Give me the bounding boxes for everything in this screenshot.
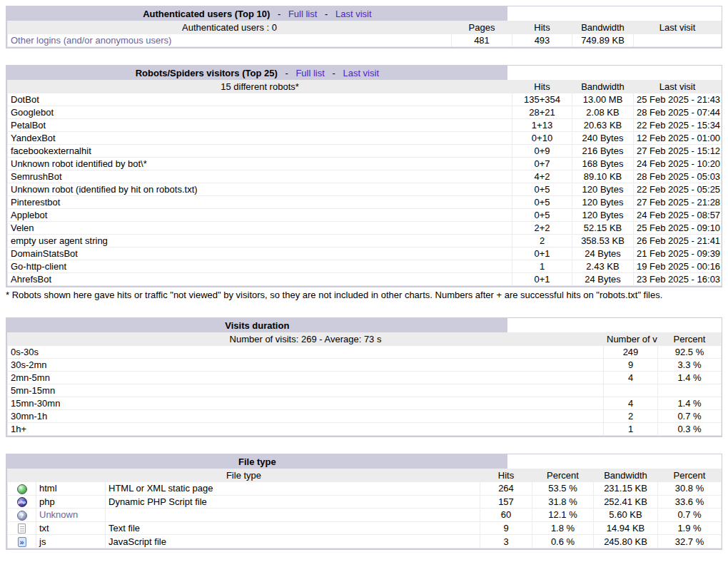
table-cell: 27 Feb 2025 - 21:28 (634, 196, 722, 209)
table-row: Unknown6012.1 %5.60 KB0.7 % (8, 509, 722, 522)
table-cell: 2 (512, 235, 572, 247)
percent-column-header: Percent (658, 333, 722, 346)
table-cell: 168 Bytes (572, 158, 634, 170)
table-cell: 27 Feb 2025 - 15:12 (634, 145, 722, 158)
table-cell: 12 Feb 2025 - 01:00 (634, 132, 722, 145)
table-caption: 15 different robots* (8, 81, 512, 93)
table-row: Velen2+252.15 KB25 Feb 2025 - 09:10 (8, 222, 722, 235)
bandwidth-column-header: Bandwidth (594, 469, 658, 482)
title-bar-blank (507, 318, 722, 332)
table-cell: 28 Feb 2025 - 05:03 (634, 170, 722, 183)
title-separator: - (285, 68, 288, 78)
table-row: DomainStatsBot0+124 Bytes21 Feb 2025 - 0… (8, 247, 722, 260)
file-type-icon-cell (8, 509, 36, 522)
table-cell: 30.8 % (658, 482, 722, 496)
table-row: Googlebot28+212.08 KB28 Feb 2025 - 07:44 (8, 106, 722, 119)
table-cell: 19 Feb 2025 - 00:16 (634, 260, 722, 273)
html-globe-icon (17, 484, 27, 494)
table-cell: 2.08 KB (572, 106, 634, 119)
visits-duration-title-bar: Visits duration (7, 318, 722, 332)
table-cell: 0+7 (512, 158, 572, 170)
table-cell: 30s-2mn (8, 359, 604, 372)
table-cell: 0.3 % (658, 423, 722, 436)
table-cell: 1.4 % (658, 397, 722, 410)
table-cell: 24 Feb 2025 - 08:57 (634, 209, 722, 222)
full-list-link[interactable]: Full list (288, 9, 317, 19)
table-row: Applebot0+5120 Bytes24 Feb 2025 - 08:57 (8, 209, 722, 222)
file-type-icon-cell (8, 495, 36, 509)
table-cell: 264 (480, 482, 532, 496)
table-row: 0s-30s24992.5 % (8, 346, 722, 359)
table-cell: 31.8 % (532, 495, 594, 509)
full-list-link[interactable]: Full list (295, 68, 324, 78)
table-cell: 481 (452, 34, 512, 47)
table-cell: Text file (106, 521, 480, 535)
table-cell: 1.4 % (658, 372, 722, 384)
table-row: txtText file91.8 %14.94 KB1.9 % (8, 521, 722, 535)
table-cell (634, 34, 722, 47)
table-cell: 4+2 (512, 170, 572, 183)
table-header-row: 15 different robots* Hits Bandwidth Last… (8, 81, 722, 93)
table-cell: 0+1 (512, 273, 572, 286)
last-visit-column-header: Last visit (634, 21, 722, 34)
table-cell: 3.3 % (658, 359, 722, 372)
table-cell: 33.6 % (658, 495, 722, 509)
table-cell (604, 384, 658, 397)
section-title: Robots/Spiders visitors (Top 25) (136, 68, 278, 78)
hits-column-header: Hits (512, 81, 572, 93)
number-of-visits-column-header: Number of visits (604, 333, 658, 346)
table-cell: 749.89 KB (572, 34, 634, 47)
table-cell: 5.60 KB (594, 509, 658, 522)
table-row: 30mn-1h20.7 % (8, 410, 722, 423)
table-cell: 1+13 (512, 119, 572, 132)
table-cell: 9 (480, 521, 532, 535)
table-cell: 15mn-30mn (8, 397, 604, 410)
file-type-title-bar: File type (7, 454, 722, 469)
table-cell: 89.10 KB (572, 170, 634, 183)
file-type-table: File type Hits Percent Bandwidth Percent… (7, 469, 722, 548)
table-cell: 2.43 KB (572, 260, 634, 273)
table-row: 30s-2mn93.3 % (8, 359, 722, 372)
table-cell: Dynamic PHP Script file (106, 495, 480, 509)
table-cell: Unknown robot (identified by hit on robo… (8, 183, 512, 196)
table-row: htmlHTML or XML static page26453.5 %231.… (8, 482, 722, 496)
table-header-row: File type Hits Percent Bandwidth Percent (8, 469, 722, 482)
table-cell: 30mn-1h (8, 410, 604, 423)
title-bar-blank (507, 6, 722, 21)
table-cell: 23 Feb 2025 - 16:03 (634, 273, 722, 286)
file-type-icon-cell (8, 521, 36, 535)
bandwidth-percent-column-header: Percent (658, 469, 722, 482)
table-cell: 0+5 (512, 196, 572, 209)
unknown-globe-icon (17, 511, 27, 521)
table-cell: Googlebot (8, 106, 512, 119)
table-cell: 0+5 (512, 209, 572, 222)
table-row: jsJavaScript file30.6 %245.80 KB32.7 % (8, 535, 722, 548)
table-cell: 24 Feb 2025 - 10:20 (634, 158, 722, 170)
table-cell: 4 (604, 372, 658, 384)
table-cell: 252.41 KB (594, 495, 658, 509)
last-visit-link[interactable]: Last visit (335, 9, 372, 19)
title-bar-blank (507, 66, 722, 80)
table-cell: JavaScript file (106, 535, 480, 548)
table-row: empty user agent string2358.53 KB26 Feb … (8, 235, 722, 247)
table-cell: 13.00 MB (572, 93, 634, 106)
table-caption: File type (8, 469, 480, 482)
file-type-icon-cell (8, 535, 36, 548)
table-cell: empty user agent string (8, 235, 512, 247)
text-file-icon (18, 524, 26, 533)
table-cell: 52.15 KB (572, 222, 634, 235)
table-cell: Unknown robot identified by bot\* (8, 158, 512, 170)
table-cell: 9 (604, 359, 658, 372)
table-row: 15mn-30mn41.4 % (8, 397, 722, 410)
last-visit-link[interactable]: Last visit (343, 68, 379, 78)
table-cell: Other logins (and/or anonymous users) (8, 34, 452, 47)
table-cell: 157 (480, 495, 532, 509)
file-type-panel: File type File type Hits Percent Bandwid… (6, 454, 722, 550)
table-row: 5mn-15mn (8, 384, 722, 397)
table-cell (658, 384, 722, 397)
title-bar-blank (507, 454, 722, 469)
table-cell: 28+21 (512, 106, 572, 119)
table-cell: 240 Bytes (572, 132, 634, 145)
section-visits-duration: Visits duration Number of visits: 269 - … (6, 317, 722, 437)
table-cell: 3 (480, 535, 532, 548)
